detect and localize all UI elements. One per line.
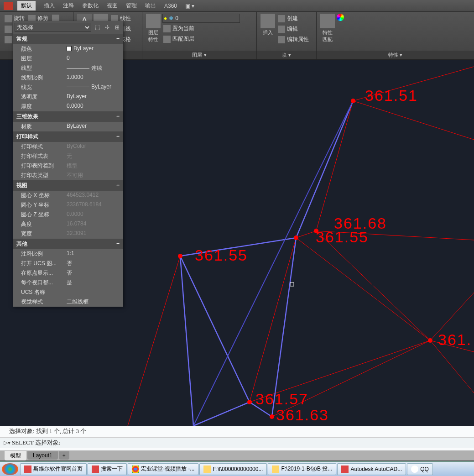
create-button[interactable]: 创建 <box>277 14 310 23</box>
command-line[interactable]: ▷▾ SELECT 选择对象: <box>0 437 474 448</box>
insert-icon[interactable] <box>260 14 275 28</box>
vstyle-value[interactable]: 二维线框 <box>67 298 120 306</box>
collapse-icon[interactable]: – <box>116 35 120 43</box>
group-view[interactable]: 视图– <box>13 180 123 191</box>
folder-icon <box>203 466 211 473</box>
layer-value[interactable]: 0 <box>67 55 120 63</box>
svg-line-19 <box>180 256 193 426</box>
transp-value[interactable]: ByLayer <box>67 93 120 101</box>
menu-default[interactable]: 默认 <box>17 1 36 10</box>
setcurrent-button[interactable]: 置为当前 <box>162 24 253 33</box>
width-value[interactable]: 32.3091 <box>67 230 120 238</box>
command-cursor-icon: ▷▾ <box>2 439 12 446</box>
color-swatch[interactable] <box>67 46 72 51</box>
selection-dropdown[interactable]: 无选择 <box>15 23 91 32</box>
plotattached-value: 模型 <box>67 162 120 170</box>
ucsname-value[interactable] <box>67 288 120 296</box>
panel-layer-title[interactable]: 图层 ▾ <box>142 51 256 59</box>
taskbar-item[interactable]: Autodesk AutoCAD... <box>337 463 406 475</box>
editattr-icon <box>278 36 285 43</box>
select-icon[interactable]: ✢ <box>103 23 111 31</box>
create-icon <box>278 15 285 22</box>
command-prompt: SELECT 选择对象: <box>12 439 472 447</box>
taskbar-label: 搜索一下 <box>101 465 123 473</box>
taskbar-item[interactable]: F:\l\000000000000... <box>199 463 267 475</box>
menu-a360[interactable]: A360 <box>164 3 177 9</box>
editblk-button[interactable]: 编辑 <box>277 24 310 34</box>
lscale-value[interactable]: 1.0000 <box>67 74 120 82</box>
insert-label: 插入 <box>263 29 273 36</box>
layerprops-label: 图层 特性 <box>148 29 158 43</box>
svg-text:361.55: 361.55 <box>316 228 369 246</box>
group-other[interactable]: 其他– <box>13 239 123 249</box>
ucsopen-value[interactable]: 否 <box>67 260 120 267</box>
taskbar-label: F:\2019-1-B包\B 投... <box>281 465 332 473</box>
layerprops-icon[interactable] <box>146 14 161 28</box>
layout-tabs: 模型 Layout1 + <box>0 450 474 460</box>
height-value[interactable]: 16.0784 <box>67 220 120 228</box>
ltype-value[interactable]: 连续 <box>67 64 120 72</box>
pickadd-icon[interactable]: ⊞ <box>113 23 121 31</box>
taskbar-label: QQ <box>420 466 429 472</box>
cy-value[interactable]: 3336708.6184 <box>67 201 120 209</box>
annoscale-value[interactable]: 1:1 <box>67 250 120 258</box>
menu-insert[interactable]: 插入 <box>44 2 55 10</box>
chrome-icon <box>132 466 139 473</box>
group-general[interactable]: 常规– <box>13 34 123 44</box>
cx-value[interactable]: 464523.0412 <box>67 192 120 199</box>
plottype-value: 不可用 <box>67 172 120 179</box>
command-area: 选择对象: 找到 1 个, 总计 3 个 ▷▾ SELECT 选择对象: <box>0 426 474 450</box>
svg-line-16 <box>128 256 180 426</box>
cz-value[interactable]: 0.0000 <box>67 211 120 219</box>
layer-dropdown[interactable]: ●❄0 <box>162 14 240 23</box>
menu-view[interactable]: 视图 <box>107 2 118 10</box>
lweight-value[interactable]: ByLayer <box>67 84 120 91</box>
menu-overflow-icon[interactable]: ▣ ▾ <box>185 3 194 9</box>
folder-icon <box>272 466 279 473</box>
taskbar-item[interactable]: 宏业课堂-视频播放 -... <box>128 463 198 475</box>
svg-line-13 <box>250 238 296 402</box>
quickselect-icon[interactable]: ⬚ <box>93 23 101 31</box>
mirror-icon <box>5 26 12 33</box>
vp-value[interactable]: 是 <box>67 279 120 287</box>
matchlayer-icon <box>163 36 171 43</box>
menu-output[interactable]: 输出 <box>145 2 156 10</box>
matchlayer-button[interactable]: 匹配图层 <box>162 34 253 44</box>
editattr-button[interactable]: 编辑属性 <box>277 35 310 44</box>
svg-point-31 <box>270 414 274 419</box>
matchprop-icon[interactable] <box>320 14 335 28</box>
tab-add[interactable]: + <box>59 451 69 460</box>
taskbar-item[interactable]: F:\2019-1-B包\B 投... <box>268 463 336 475</box>
start-button[interactable] <box>2 463 18 475</box>
tab-model[interactable]: 模型 <box>5 451 26 460</box>
svg-line-7 <box>296 238 430 340</box>
taskbar-item[interactable]: 斯维尔软件官网首页 <box>20 463 87 475</box>
thick-value[interactable]: 0.0000 <box>67 103 120 110</box>
taskbar-label: 宏业课堂-视频播放 -... <box>141 465 194 473</box>
svg-text:361.55: 361.55 <box>195 246 248 264</box>
svg-rect-39 <box>290 282 294 286</box>
properties-panel: 无选择 ⬚ ✢ ⊞ 常规– 颜色ByLayer 图层0 线型连续 线型比例1.0… <box>13 21 123 307</box>
matchprop-label: 特性 匹配 <box>323 29 333 43</box>
panel-props-title[interactable]: 特性 ▾ <box>317 51 474 59</box>
menu-manage[interactable]: 管理 <box>126 2 137 10</box>
svg-text:361.57: 361.57 <box>255 390 308 408</box>
material-value[interactable]: ByLayer <box>67 123 120 131</box>
qq-icon <box>411 466 418 473</box>
svg-line-23 <box>180 256 250 402</box>
svg-point-30 <box>247 400 252 404</box>
origin-value[interactable]: 否 <box>67 269 120 277</box>
svg-point-27 <box>294 235 298 240</box>
group-plot[interactable]: 打印样式– <box>13 131 123 142</box>
taskbar-item[interactable]: 搜索一下 <box>88 463 127 475</box>
menu-annotate[interactable]: 注释 <box>63 2 74 10</box>
panel-block-title[interactable]: 块 ▾ <box>257 51 316 59</box>
editblk-icon <box>278 26 285 33</box>
tab-layout1[interactable]: Layout1 <box>27 451 58 460</box>
plottable-value[interactable]: 无 <box>67 152 120 160</box>
app-logo <box>4 2 13 10</box>
menu-param[interactable]: 参数化 <box>82 2 99 10</box>
color-picker-icon[interactable] <box>337 14 344 21</box>
taskbar-item[interactable]: QQ <box>407 463 433 475</box>
group-3d[interactable]: 三维效果– <box>13 111 123 122</box>
